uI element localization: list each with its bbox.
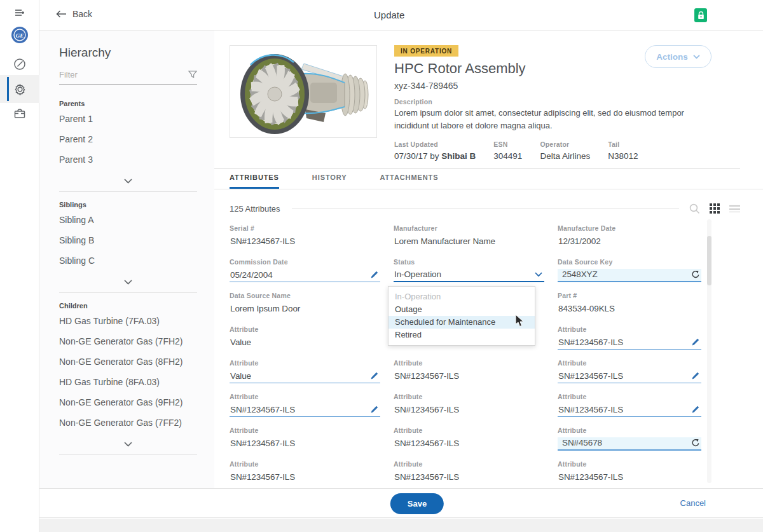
attribute-field-value-row: SN#1234567-ILS <box>230 235 380 249</box>
assets-nav-button[interactable] <box>0 99 39 127</box>
edit-pencil-icon[interactable] <box>370 372 378 380</box>
dropdown-option-outage[interactable]: Outage <box>388 303 535 316</box>
attribute-field-value-row: SN#1234567-ILS <box>558 370 701 383</box>
attribute-field[interactable]: AttributeSN#1234567-ILS <box>558 359 701 393</box>
sidebar-item-non-ge-generator-gas-9fh2-[interactable]: Non-GE Generator Gas (9FH2) <box>59 397 197 407</box>
dashboard-nav-button[interactable] <box>0 50 39 78</box>
attribute-field[interactable]: AttributeValue <box>230 359 380 393</box>
attribute-field[interactable]: AttributeSN#45678 <box>558 426 701 460</box>
attribute-field[interactable]: Commission Date05/24/2004 <box>230 258 380 292</box>
attribute-field-value-row: Value <box>230 336 380 350</box>
dropdown-option-retired[interactable]: Retired <box>388 329 535 341</box>
attribute-field-value-row: SN#1234567-ILS <box>558 471 701 484</box>
edit-pencil-icon[interactable] <box>370 271 378 279</box>
attribute-field-value[interactable]: SN#1234567-ILS <box>230 405 295 414</box>
attribute-field: Data Source NameLorem Ipsum Door <box>230 292 380 325</box>
attribute-field[interactable]: AttributeSN#1234567-ILS <box>558 325 701 359</box>
attribute-field-value[interactable]: In-Operation <box>394 269 441 279</box>
attribute-field[interactable]: Data Source Key2548XYZ <box>558 258 701 292</box>
tab-attributes[interactable]: ATTRIBUTES <box>230 174 279 189</box>
meta-value: 07/30/17 by Shibai B <box>394 151 476 161</box>
sidebar-item-sibling-c[interactable]: Sibling C <box>59 256 197 266</box>
section-label: Siblings <box>59 201 197 208</box>
back-button[interactable]: Back <box>56 9 92 19</box>
save-button[interactable]: Save <box>390 493 444 514</box>
attribute-field: Manufacture Date12/31/2002 <box>558 224 701 258</box>
undo-icon[interactable] <box>691 270 699 278</box>
attribute-field-value: SN#1234567-ILS <box>230 236 295 246</box>
attribute-field-label: Attribute <box>230 325 380 333</box>
attributes-scrollbar[interactable] <box>707 219 711 483</box>
sidebar-item-parent-1[interactable]: Parent 1 <box>59 114 197 124</box>
page-title: Update <box>374 10 404 20</box>
section-divider <box>59 454 197 455</box>
expand-children-button[interactable] <box>59 438 197 454</box>
tab-history[interactable]: HISTORY <box>312 174 347 189</box>
search-icon[interactable] <box>689 203 700 214</box>
meta-column: ESN304491 <box>493 140 522 161</box>
lock-button[interactable] <box>694 8 707 22</box>
attribute-field[interactable]: AttributeSN#1234567-ILS <box>230 393 380 426</box>
undo-icon[interactable] <box>691 439 699 447</box>
attribute-field-value-row: Lorem Ipsum Door <box>230 303 380 316</box>
sidebar-item-non-ge-generator-gas-7ff2-[interactable]: Non-GE Generator Gas (7FF2) <box>59 418 197 428</box>
sidebar-item-non-ge-generator-gas-7fh2-[interactable]: Non-GE Generator Gas (7FH2) <box>59 336 197 346</box>
scrollbar-thumb[interactable] <box>707 236 711 285</box>
dropdown-option-scheduled-for-maintenance[interactable]: Scheduled for Maintenance <box>388 316 535 329</box>
attribute-field-label: Serial # <box>230 224 380 232</box>
actions-button[interactable]: Actions <box>645 45 711 68</box>
description-label: Description <box>394 98 432 106</box>
status-dropdown: In-OperationOutageScheduled for Maintena… <box>388 286 535 346</box>
attribute-field-label: Manufacturer <box>394 224 544 232</box>
edit-pencil-icon[interactable] <box>691 406 699 414</box>
attribute-field: AttributeSN#1234567-ILS <box>394 359 544 393</box>
expand-siblings-button[interactable] <box>59 276 197 292</box>
attribute-field-value-row: SN#1234567-ILS <box>230 404 380 417</box>
attribute-field: AttributeValue <box>230 325 380 359</box>
icon-rail: GE <box>0 0 39 532</box>
chevron-down-icon <box>124 179 132 184</box>
attribute-field-label: Attribute <box>230 393 380 400</box>
tab-attachments[interactable]: ATTACHMENTS <box>380 174 438 189</box>
edit-pencil-icon[interactable] <box>691 372 699 380</box>
attribute-field-value-row: SN#1234567-ILS <box>394 404 544 417</box>
attribute-field-value: SN#1234567-ILS <box>394 439 459 448</box>
expand-parents-button[interactable] <box>59 175 197 191</box>
chevron-down-icon[interactable] <box>535 272 542 277</box>
filter-row <box>59 70 197 85</box>
grid-view-icon[interactable] <box>710 203 720 214</box>
lock-icon <box>698 11 705 20</box>
attribute-field-value[interactable]: SN#1234567-ILS <box>558 405 623 414</box>
bottom-strip <box>0 519 763 532</box>
attribute-field-value[interactable]: SN#1234567-ILS <box>558 371 623 381</box>
sidebar-item-sibling-b[interactable]: Sibling B <box>59 235 197 245</box>
attribute-field-value[interactable]: 05/24/2004 <box>230 270 273 280</box>
sidebar-item-hd-gas-turbine-7fa-03-[interactable]: HD Gas Turbine (7FA.03) <box>59 316 197 326</box>
asset-image <box>230 45 377 138</box>
edit-pencil-icon[interactable] <box>691 338 699 346</box>
dropdown-option-in-operation[interactable]: In-Operation <box>388 290 535 303</box>
sidebar-item-hd-gas-turbine-8fa-03-[interactable]: HD Gas Turbine (8FA.03) <box>59 377 197 387</box>
cancel-link[interactable]: Cancel <box>680 498 706 508</box>
attribute-field: ManufacturerLorem Manufacturer Name <box>394 224 544 258</box>
filter-input[interactable] <box>59 70 174 79</box>
attributes-header: 125 Attributes <box>230 200 740 217</box>
funnel-filter-icon[interactable] <box>188 71 197 79</box>
sidebar-item-parent-3[interactable]: Parent 3 <box>59 154 197 165</box>
sidebar-item-non-ge-generator-gas-8fh2-[interactable]: Non-GE Generator Gas (8FH2) <box>59 357 197 367</box>
attribute-field[interactable]: AttributeSN#1234567-ILS <box>558 393 701 426</box>
asset-meta-row: Last Updated07/30/17 by Shibai BESN30449… <box>394 140 638 161</box>
sidebar-item-sibling-a[interactable]: Sibling A <box>59 215 197 225</box>
attribute-field-value-row: SN#1234567-ILS <box>558 404 701 417</box>
attribute-field: Serial #SN#1234567-ILS <box>230 224 380 258</box>
attribute-field-value[interactable]: Value <box>230 371 251 381</box>
attribute-field-value[interactable]: 2548XYZ <box>562 269 598 279</box>
list-view-icon[interactable] <box>729 205 740 212</box>
edit-pencil-icon[interactable] <box>370 406 378 414</box>
dashboard-icon <box>13 58 26 71</box>
ge-logo-button[interactable]: GE <box>0 21 39 49</box>
attribute-field-value[interactable]: SN#1234567-ILS <box>558 338 623 347</box>
sidebar-item-parent-2[interactable]: Parent 2 <box>59 134 197 144</box>
attribute-field-value[interactable]: SN#45678 <box>562 438 602 447</box>
attribute-field-label: Data Source Name <box>230 292 380 299</box>
